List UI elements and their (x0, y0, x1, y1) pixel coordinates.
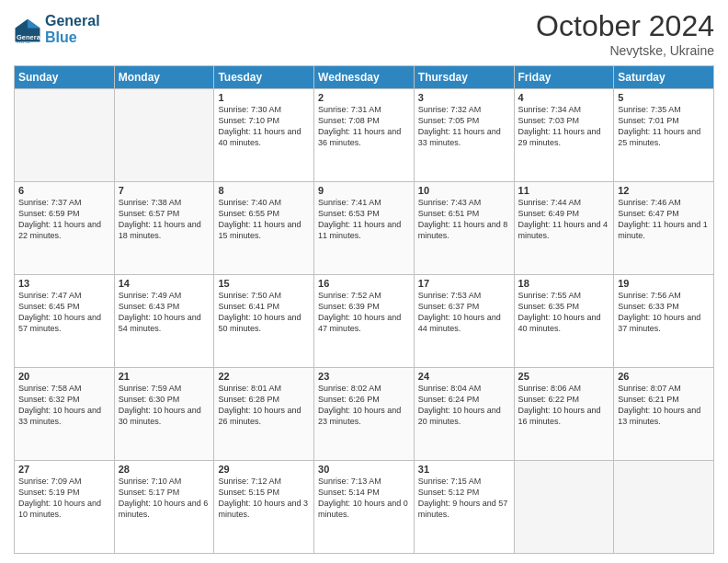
day-number: 24 (418, 371, 510, 382)
calendar-table: SundayMondayTuesdayWednesdayThursdayFrid… (14, 65, 714, 554)
calendar-cell: 4Sunrise: 7:34 AMSunset: 7:03 PMDaylight… (514, 89, 614, 182)
calendar-cell: 25Sunrise: 8:06 AMSunset: 6:22 PMDayligh… (514, 368, 614, 461)
day-number: 16 (318, 278, 410, 289)
logo-blue: Blue (45, 29, 100, 46)
logo: General Blue General Blue (14, 13, 100, 45)
day-info: Sunrise: 7:34 AMSunset: 7:03 PMDaylight:… (518, 104, 610, 149)
page: General Blue General Blue October 2024 N… (0, 0, 728, 563)
calendar-header-row: SundayMondayTuesdayWednesdayThursdayFrid… (15, 66, 714, 89)
day-number: 29 (218, 464, 310, 475)
calendar-cell: 8Sunrise: 7:40 AMSunset: 6:55 PMDaylight… (214, 182, 314, 275)
day-info: Sunrise: 7:44 AMSunset: 6:49 PMDaylight:… (518, 197, 610, 242)
calendar-cell: 22Sunrise: 8:01 AMSunset: 6:28 PMDayligh… (214, 368, 314, 461)
calendar-cell (15, 89, 115, 182)
day-info: Sunrise: 8:04 AMSunset: 6:24 PMDaylight:… (418, 383, 510, 428)
calendar-cell: 21Sunrise: 7:59 AMSunset: 6:30 PMDayligh… (114, 368, 214, 461)
calendar-cell: 17Sunrise: 7:53 AMSunset: 6:37 PMDayligh… (414, 275, 514, 368)
day-number: 6 (18, 185, 110, 196)
calendar-cell: 13Sunrise: 7:47 AMSunset: 6:45 PMDayligh… (15, 275, 115, 368)
calendar-cell: 20Sunrise: 7:58 AMSunset: 6:32 PMDayligh… (15, 368, 115, 461)
calendar-cell (114, 89, 214, 182)
day-number: 15 (218, 278, 310, 289)
day-number: 4 (518, 92, 610, 103)
calendar-cell: 3Sunrise: 7:32 AMSunset: 7:05 PMDaylight… (414, 89, 514, 182)
calendar-cell (514, 461, 614, 554)
calendar-cell: 26Sunrise: 8:07 AMSunset: 6:21 PMDayligh… (614, 368, 714, 461)
day-info: Sunrise: 7:32 AMSunset: 7:05 PMDaylight:… (418, 104, 510, 149)
day-number: 25 (518, 371, 610, 382)
day-info: Sunrise: 7:52 AMSunset: 6:39 PMDaylight:… (318, 290, 410, 335)
calendar-cell: 6Sunrise: 7:37 AMSunset: 6:59 PMDaylight… (15, 182, 115, 275)
calendar-cell: 18Sunrise: 7:55 AMSunset: 6:35 PMDayligh… (514, 275, 614, 368)
day-info: Sunrise: 8:07 AMSunset: 6:21 PMDaylight:… (618, 383, 710, 428)
day-info: Sunrise: 8:02 AMSunset: 6:26 PMDaylight:… (318, 383, 410, 428)
calendar-cell: 11Sunrise: 7:44 AMSunset: 6:49 PMDayligh… (514, 182, 614, 275)
calendar-cell: 2Sunrise: 7:31 AMSunset: 7:08 PMDaylight… (314, 89, 415, 182)
calendar-cell (614, 461, 714, 554)
calendar-title: October 2024 (536, 9, 714, 43)
calendar-cell: 28Sunrise: 7:10 AMSunset: 5:17 PMDayligh… (114, 461, 214, 554)
day-number: 31 (418, 464, 510, 475)
day-number: 1 (218, 92, 310, 103)
day-info: Sunrise: 7:15 AMSunset: 5:12 PMDaylight:… (418, 476, 510, 521)
day-header-saturday: Saturday (614, 66, 714, 89)
day-info: Sunrise: 7:35 AMSunset: 7:01 PMDaylight:… (618, 104, 710, 149)
day-number: 19 (618, 278, 710, 289)
calendar-cell: 10Sunrise: 7:43 AMSunset: 6:51 PMDayligh… (414, 182, 514, 275)
calendar-cell: 24Sunrise: 8:04 AMSunset: 6:24 PMDayligh… (414, 368, 514, 461)
day-info: Sunrise: 7:46 AMSunset: 6:47 PMDaylight:… (618, 197, 710, 242)
calendar-cell: 29Sunrise: 7:12 AMSunset: 5:15 PMDayligh… (214, 461, 314, 554)
day-number: 26 (618, 371, 710, 382)
day-info: Sunrise: 7:59 AMSunset: 6:30 PMDaylight:… (119, 383, 210, 428)
day-info: Sunrise: 7:09 AMSunset: 5:19 PMDaylight:… (18, 476, 110, 521)
calendar-week-3: 13Sunrise: 7:47 AMSunset: 6:45 PMDayligh… (15, 275, 714, 368)
day-info: Sunrise: 7:47 AMSunset: 6:45 PMDaylight:… (18, 290, 110, 335)
day-number: 3 (418, 92, 510, 103)
day-number: 9 (318, 185, 410, 196)
calendar-subtitle: Nevytske, Ukraine (536, 43, 714, 58)
calendar-cell: 16Sunrise: 7:52 AMSunset: 6:39 PMDayligh… (314, 275, 415, 368)
day-info: Sunrise: 7:41 AMSunset: 6:53 PMDaylight:… (318, 197, 410, 242)
calendar-cell: 5Sunrise: 7:35 AMSunset: 7:01 PMDaylight… (614, 89, 714, 182)
day-info: Sunrise: 7:43 AMSunset: 6:51 PMDaylight:… (418, 197, 510, 242)
calendar-cell: 31Sunrise: 7:15 AMSunset: 5:12 PMDayligh… (414, 461, 514, 554)
day-number: 10 (418, 185, 510, 196)
day-header-monday: Monday (114, 66, 214, 89)
day-info: Sunrise: 7:55 AMSunset: 6:35 PMDaylight:… (518, 290, 610, 335)
day-info: Sunrise: 7:13 AMSunset: 5:14 PMDaylight:… (318, 476, 410, 521)
day-info: Sunrise: 7:40 AMSunset: 6:55 PMDaylight:… (218, 197, 310, 242)
day-info: Sunrise: 7:10 AMSunset: 5:17 PMDaylight:… (119, 476, 210, 521)
calendar-week-5: 27Sunrise: 7:09 AMSunset: 5:19 PMDayligh… (15, 461, 714, 554)
calendar-cell: 19Sunrise: 7:56 AMSunset: 6:33 PMDayligh… (614, 275, 714, 368)
calendar-cell: 30Sunrise: 7:13 AMSunset: 5:14 PMDayligh… (314, 461, 415, 554)
day-info: Sunrise: 7:30 AMSunset: 7:10 PMDaylight:… (218, 104, 310, 149)
day-number: 12 (618, 185, 710, 196)
calendar-cell: 9Sunrise: 7:41 AMSunset: 6:53 PMDaylight… (314, 182, 415, 275)
day-number: 5 (618, 92, 710, 103)
day-info: Sunrise: 7:58 AMSunset: 6:32 PMDaylight:… (18, 383, 110, 428)
calendar-week-4: 20Sunrise: 7:58 AMSunset: 6:32 PMDayligh… (15, 368, 714, 461)
calendar-cell: 27Sunrise: 7:09 AMSunset: 5:19 PMDayligh… (15, 461, 115, 554)
calendar-cell: 12Sunrise: 7:46 AMSunset: 6:47 PMDayligh… (614, 182, 714, 275)
day-info: Sunrise: 7:53 AMSunset: 6:37 PMDaylight:… (418, 290, 510, 335)
logo-icon: General Blue (14, 16, 41, 43)
calendar-cell: 14Sunrise: 7:49 AMSunset: 6:43 PMDayligh… (114, 275, 214, 368)
calendar-week-1: 1Sunrise: 7:30 AMSunset: 7:10 PMDaylight… (15, 89, 714, 182)
logo-general: General (45, 13, 100, 29)
day-header-thursday: Thursday (414, 66, 514, 89)
day-number: 13 (18, 278, 110, 289)
day-header-tuesday: Tuesday (214, 66, 314, 89)
day-header-sunday: Sunday (15, 66, 115, 89)
day-info: Sunrise: 7:12 AMSunset: 5:15 PMDaylight:… (218, 476, 310, 521)
day-number: 14 (119, 278, 210, 289)
title-block: October 2024 Nevytske, Ukraine (536, 9, 714, 58)
calendar-week-2: 6Sunrise: 7:37 AMSunset: 6:59 PMDaylight… (15, 182, 714, 275)
day-number: 23 (318, 371, 410, 382)
day-info: Sunrise: 7:31 AMSunset: 7:08 PMDaylight:… (318, 104, 410, 149)
day-number: 30 (318, 464, 410, 475)
day-info: Sunrise: 7:49 AMSunset: 6:43 PMDaylight:… (119, 290, 210, 335)
day-number: 18 (518, 278, 610, 289)
day-number: 28 (119, 464, 210, 475)
svg-marker-1 (28, 18, 40, 28)
day-info: Sunrise: 7:56 AMSunset: 6:33 PMDaylight:… (618, 290, 710, 335)
